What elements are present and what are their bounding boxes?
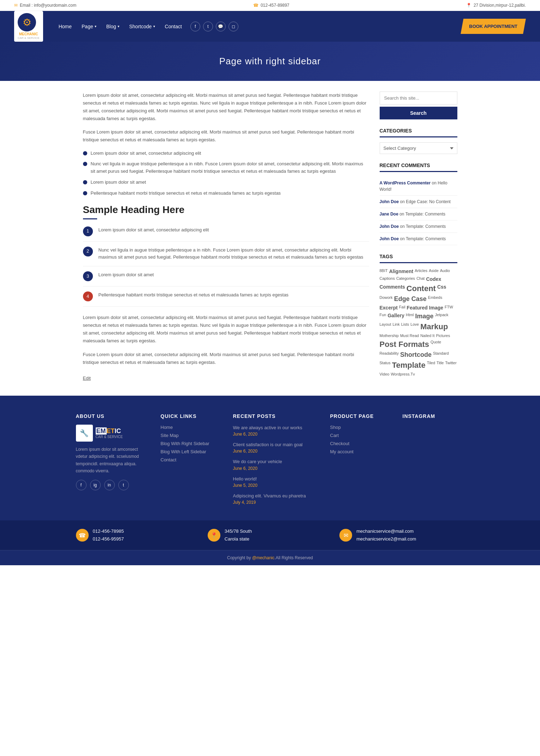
categories-title: CATEGORIES	[380, 128, 457, 137]
facebook-nav-icon[interactable]: f	[190, 22, 200, 31]
recent-post-date: June 6, 2020	[233, 449, 320, 454]
tag-link[interactable]: Twitter	[445, 360, 456, 370]
footer-quicklink[interactable]: Blog With Right Sidebar	[161, 441, 222, 446]
tag-link[interactable]: Nailed It	[420, 333, 434, 338]
tag-link[interactable]: Shortcode	[400, 351, 432, 359]
tag-link[interactable]: Layout	[380, 322, 391, 332]
tag-link[interactable]: Lists	[401, 322, 409, 332]
tag-link[interactable]: 8BIT	[380, 268, 388, 274]
tag-link[interactable]: Aside	[429, 268, 439, 274]
tag-link[interactable]: Comments	[380, 284, 405, 294]
comment-author-link[interactable]: John Doe	[380, 199, 399, 204]
tag-link[interactable]: Gallery	[387, 312, 404, 320]
main-content-area: Lorem ipsum dolor sit amet, consectetur …	[76, 81, 464, 396]
product-link[interactable]: Checkout	[330, 441, 392, 446]
chat-nav-icon[interactable]: 💬	[216, 22, 226, 31]
tag-link[interactable]: Chat	[416, 276, 425, 282]
comment-author-link[interactable]: John Doe	[380, 236, 399, 241]
tag-link[interactable]: Template	[392, 360, 426, 370]
phone-info: ☎ 012-457-89897	[253, 3, 289, 8]
footer-twitter-icon[interactable]: t	[118, 480, 129, 490]
tag-link[interactable]: Alignment	[389, 268, 413, 274]
tag-link[interactable]: Post Formats	[380, 339, 429, 349]
logo[interactable]: ⚙ MECHANIC CAR & SERVICE	[14, 11, 43, 42]
tag-link[interactable]: Standard	[433, 351, 449, 359]
footer-facebook-icon[interactable]: f	[76, 480, 87, 490]
tag-link[interactable]: Wordpress.Tv	[391, 372, 415, 377]
copyright-text: Copyright by @mechanic.All Rights Reserv…	[227, 555, 313, 560]
comment-author-link[interactable]: Jane Doe	[380, 212, 398, 217]
comment-list: A WordPress Commenter on Hello World! Jo…	[380, 177, 457, 245]
tag-link[interactable]: Edge Case	[394, 295, 427, 303]
book-appointment-button[interactable]: BOOK APPOINTMENT	[461, 19, 526, 34]
recent-post-item: We do care your vehicle June 6, 2020	[233, 459, 320, 471]
tag-link[interactable]: Markup	[420, 322, 448, 332]
tag-link[interactable]: Love	[410, 322, 419, 332]
tag-link[interactable]: Status	[380, 360, 391, 370]
tag-link[interactable]: Mothership	[380, 333, 399, 338]
tag-link[interactable]: Must Read	[400, 333, 419, 338]
nav-shortcode[interactable]: Shortcode ▾	[124, 17, 160, 36]
product-link[interactable]: Shop	[330, 425, 392, 430]
tag-link[interactable]: Jetpack	[435, 312, 449, 320]
nav-contact[interactable]: Contact	[160, 17, 187, 36]
product-link[interactable]: Cart	[330, 433, 392, 438]
search-input[interactable]	[380, 91, 457, 105]
footer-quicklink[interactable]: Site Map	[161, 433, 222, 438]
recent-post-title: We do care your vehicle	[233, 459, 320, 465]
tag-link[interactable]: Codex	[426, 276, 441, 282]
tag-link[interactable]: Image	[415, 312, 434, 320]
footer-address-contact: 📍 345/78 SouthCarola state	[208, 527, 332, 543]
twitter-nav-icon[interactable]: t	[203, 22, 213, 31]
instagram-nav-icon[interactable]: ◻	[229, 22, 238, 31]
footer-quicklink[interactable]: Blog With Left Sidebar	[161, 449, 222, 454]
tag-link[interactable]: Embeds	[428, 295, 442, 303]
top-bar: ✉ Email : info@yourdomain.com ☎ 012-457-…	[0, 0, 540, 11]
recent-post-date: June 6, 2020	[233, 432, 320, 437]
tag-link[interactable]: Pictures	[436, 333, 450, 338]
tag-link[interactable]: Articles	[415, 268, 427, 274]
tag-link[interactable]: Featured Image	[407, 305, 443, 311]
tag-link[interactable]: Quote	[431, 339, 441, 349]
footer-linkedin-icon[interactable]: in	[104, 480, 115, 490]
search-button[interactable]: Search	[380, 107, 457, 119]
category-select[interactable]: Select Category	[380, 142, 457, 154]
tag-link[interactable]: Title	[437, 360, 444, 370]
tag-link[interactable]: FTW	[445, 305, 453, 311]
tag-link[interactable]: Content	[407, 284, 436, 294]
footer-quicklink[interactable]: Home	[161, 425, 222, 430]
comment-author-link[interactable]: A WordPress Commenter	[380, 181, 431, 185]
tag-link[interactable]: Captions	[380, 276, 395, 282]
footer-instagram-icon[interactable]: ig	[90, 480, 101, 490]
tag-link[interactable]: Tiled	[427, 360, 435, 370]
recent-post-item: Adipiscing elit. Vivamus eu pharetra Jul…	[233, 493, 320, 505]
tag-link[interactable]: Fail	[399, 305, 405, 311]
nav-page[interactable]: Page ▾	[77, 17, 101, 36]
product-link[interactable]: My account	[330, 449, 392, 454]
footer-quicklink[interactable]: Contact	[161, 457, 222, 462]
comment-author-link[interactable]: John Doe	[380, 224, 399, 229]
tag-link[interactable]: Audio	[440, 268, 450, 274]
numbered-item: 1 Lorem ipsum dolor sit amet, consectetu…	[83, 226, 369, 242]
phone-icon: ☎	[253, 3, 259, 8]
main-nav: Home Page ▾ Blog ▾ Shortcode ▾ Contact f…	[54, 17, 461, 36]
recent-post-title: Client satisfaction is our main goal	[233, 442, 320, 448]
tag-link[interactable]: Fun	[380, 312, 386, 320]
tag-link[interactable]: Excerpt	[380, 305, 398, 311]
tag-link[interactable]: Video	[380, 372, 390, 377]
copyright-link[interactable]: @mechanic	[252, 555, 275, 560]
site-footer: ABOUT US 🔧 EMETIC CAR & SERVICE Lorem ip…	[0, 396, 540, 520]
bullet-list: Lorem ipsum dolor sit amet, consectetur …	[83, 150, 369, 197]
tag-link[interactable]: Css	[437, 284, 446, 294]
tag-link[interactable]: Html	[406, 312, 414, 320]
tag-link[interactable]: Dowork	[380, 295, 393, 303]
edit-link[interactable]: Edit	[83, 376, 91, 381]
tag-link[interactable]: Readability	[380, 351, 399, 359]
numbered-list: 1 Lorem ipsum dolor sit amet, consectetu…	[83, 226, 369, 307]
tag-link[interactable]: Link	[393, 322, 400, 332]
nav-home[interactable]: Home	[54, 17, 77, 36]
tag-link[interactable]: Categories	[396, 276, 415, 282]
nav-blog[interactable]: Blog ▾	[101, 17, 124, 36]
recent-post-title: Hello world!	[233, 476, 320, 482]
email-contact-text: mechanicservice@mail.commechanicservice2…	[356, 527, 416, 543]
